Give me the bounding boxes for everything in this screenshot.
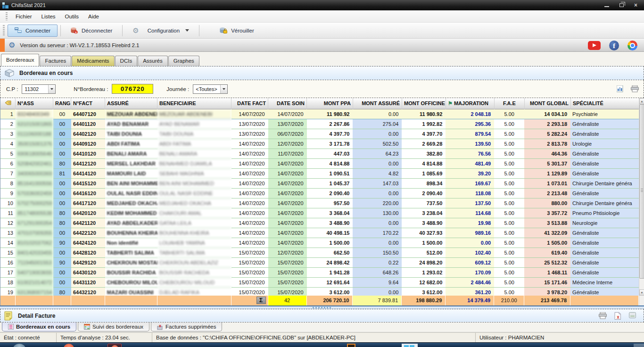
facebook-icon[interactable]: f bbox=[609, 41, 619, 50]
splitter-handle[interactable] bbox=[0, 306, 644, 309]
panel-icon[interactable] bbox=[629, 312, 636, 318]
tab-medicaments[interactable]: Médicaments bbox=[72, 56, 114, 66]
table-row[interactable]: 26310150018650064401120AYAD BENAMARAYAD … bbox=[0, 119, 639, 129]
menu-aide[interactable]: Aide bbox=[84, 12, 103, 21]
column-header[interactable]: MONT ASSURÉ bbox=[353, 98, 402, 109]
cell-datesoin: 15/07/2020 bbox=[268, 288, 307, 296]
chevron-down-icon bbox=[185, 29, 189, 32]
note-icon bbox=[4, 311, 13, 321]
column-header[interactable]: DATE SOIN bbox=[268, 98, 307, 109]
close-icon[interactable]: × bbox=[634, 3, 637, 8]
minimize-icon[interactable] bbox=[604, 3, 609, 7]
lock-button[interactable]: Vérouiller bbox=[213, 25, 261, 37]
table-row[interactable]: 167119450015539064429120CHEKROUN MOSTAPH… bbox=[0, 258, 639, 268]
tab-bordereaux[interactable]: Bordereaux bbox=[1, 54, 39, 66]
table-row[interactable]: 43500150013760064409120ABDI FATIMAABDI F… bbox=[0, 139, 639, 149]
table-row[interactable]: 30111060001880064402120TAIBI DOUNIATAIBI… bbox=[0, 129, 639, 139]
table-row[interactable]: 148101020370629064424120Non identifiéLOU… bbox=[0, 238, 639, 248]
table-row[interactable]: 56906180056460064410120BENALI AMARABENAL… bbox=[0, 149, 639, 159]
column-header[interactable]: RANG bbox=[53, 98, 71, 109]
taskbar-app-icon[interactable] bbox=[64, 344, 74, 347]
cell-nfact: 64416120 bbox=[71, 189, 105, 198]
column-header[interactable]: MONT OFFICINE bbox=[402, 98, 446, 109]
menu-fichier[interactable]: Fichier bbox=[11, 12, 36, 21]
taskbar-app-icon[interactable] bbox=[402, 344, 418, 347]
taskbar-app-icon[interactable] bbox=[107, 344, 122, 347]
taskbar-app-icon[interactable] bbox=[347, 344, 355, 347]
tab-graphes[interactable]: Graphes bbox=[168, 56, 199, 66]
disconnect-button[interactable]: x Déconnecter bbox=[64, 25, 119, 37]
table-row[interactable]: 65208420024618064412120MERSEL LAKHDARBEN… bbox=[0, 159, 639, 169]
version-bar: ⚙ Version du serveur : WI-V2.1.7.18553 F… bbox=[0, 39, 644, 52]
scroll-up-icon[interactable]: ▲ bbox=[639, 98, 644, 104]
cell-datesoin: 14/07/2020 bbox=[268, 169, 307, 179]
cell-massure: 0.00 bbox=[353, 129, 402, 139]
tab-factures[interactable]: Factures bbox=[40, 56, 71, 66]
column-header[interactable]: ASSURÉ bbox=[105, 98, 157, 109]
taskbar-corner[interactable] bbox=[634, 344, 644, 347]
column-header[interactable]: BENEFICIAIRE bbox=[157, 98, 231, 109]
chart-icon[interactable] bbox=[617, 85, 624, 92]
chrome-icon[interactable] bbox=[627, 41, 637, 50]
table-row[interactable]: 95703360024590064416120OULAL NASR EDDINE… bbox=[0, 189, 639, 198]
column-header[interactable]: SPÉCIALITÉ bbox=[571, 98, 639, 109]
column-header-icon[interactable] bbox=[0, 98, 16, 109]
chevron-down-icon[interactable] bbox=[48, 85, 55, 93]
table-row[interactable]: 73400650003698164414120MAMOURI LAIDSEBAH… bbox=[0, 169, 639, 179]
tab-dcis[interactable]: DCIs bbox=[115, 56, 138, 66]
table-row[interactable]: 158401420334550064428120TABHERTI SALIMAT… bbox=[0, 248, 639, 258]
table-row[interactable]: 118517480055388064420120KEDIM MOHAMMEDCH… bbox=[0, 208, 639, 218]
cell-officine: 12 682.00 bbox=[402, 278, 446, 288]
menu-outils[interactable]: Outils bbox=[61, 12, 83, 21]
column-header[interactable]: DATE FACT bbox=[231, 98, 268, 109]
cell-global: 2 213.48 bbox=[524, 189, 570, 198]
cell-assure: BOUHENNA KHEIRA bbox=[105, 228, 157, 238]
column-header[interactable]: MONT GLOBAL bbox=[525, 98, 571, 109]
cell-fae: 5.00 bbox=[494, 149, 524, 159]
cell-benef: OULAL NASR EDDINE bbox=[157, 189, 231, 198]
menu-listes[interactable]: Listes bbox=[37, 12, 60, 21]
scrollbar-thumb[interactable] bbox=[639, 104, 644, 279]
column-header[interactable]: F.A.E bbox=[495, 98, 525, 109]
delete-document-icon[interactable]: x bbox=[614, 312, 621, 320]
bottom-tab-bordereaux-en-cours[interactable]: Bordereaux en cours bbox=[2, 322, 76, 331]
cp-combo[interactable]: 11302 bbox=[22, 84, 56, 94]
table-row[interactable]: 1832484003490064407120MEZOUAR ABDENEBIME… bbox=[0, 109, 639, 119]
cell-major: 0.00 bbox=[446, 238, 494, 248]
print-icon[interactable] bbox=[599, 312, 607, 319]
cell-officine: 11 980.92 bbox=[402, 109, 446, 119]
restore-icon[interactable] bbox=[619, 3, 624, 7]
chevron-down-icon[interactable] bbox=[220, 85, 227, 93]
column-header[interactable]: N°FACT bbox=[71, 98, 105, 109]
table-row[interactable]: 196313680071548064432120MAZARI OUASSINID… bbox=[0, 288, 639, 296]
vertical-scrollbar[interactable]: ▲ ▼ bbox=[639, 98, 644, 306]
lock-icon bbox=[220, 27, 227, 34]
connect-button[interactable]: Connecter bbox=[8, 25, 58, 37]
table-row[interactable]: 126712910003548064421120AYAD ABDELKADERG… bbox=[0, 218, 639, 228]
column-header-majoration[interactable]: ⚑ MAJORATION bbox=[446, 98, 495, 109]
summary-spec bbox=[570, 296, 639, 306]
windows-taskbar[interactable] bbox=[0, 342, 644, 347]
table-row[interactable]: 186100210140720064431120CHEBOUROU MILOUD… bbox=[0, 278, 639, 288]
tab-assures[interactable]: Assurés bbox=[138, 56, 168, 66]
youtube-icon[interactable] bbox=[588, 41, 601, 50]
bottom-tab-factures-supprimees[interactable]: x Factures supprimées bbox=[151, 322, 222, 331]
cell-fae: 5.00 bbox=[494, 258, 524, 268]
cell-major: 139.50 bbox=[446, 139, 494, 149]
table-row[interactable]: 88516410005560064415120BEN AINI MOHAMMED… bbox=[0, 179, 639, 189]
column-header[interactable]: MONT PPA bbox=[307, 98, 353, 109]
configuration-button[interactable]: ⚙ Configuration bbox=[125, 25, 196, 37]
cell-assure: MEZOUAR ABDENEBI bbox=[105, 109, 157, 119]
column-header[interactable]: N°ASS bbox=[16, 98, 53, 109]
summary-row: Σ42206 720.107 839.81198 880.2914 379.49… bbox=[0, 296, 639, 306]
start-button-icon[interactable] bbox=[13, 344, 25, 347]
cell-benef: LOUAHEB YAMINA bbox=[157, 238, 231, 248]
scroll-down-icon[interactable]: ▼ bbox=[639, 289, 644, 296]
table-row[interactable]: 134701070093550064422120BOUHENNA KHEIRAB… bbox=[0, 228, 639, 238]
bottom-tab-suivi[interactable]: Suivi des bordereaux bbox=[78, 322, 149, 331]
journee-combo[interactable]: <Toutes> bbox=[193, 84, 228, 94]
print-icon[interactable] bbox=[631, 85, 639, 92]
table-row[interactable]: 175407190036550064430120BOUSSIR RACHIDAB… bbox=[0, 268, 639, 278]
cell-num: 10 bbox=[0, 198, 16, 208]
table-row[interactable]: 105702750002590064417120MEDJAHED OKACHAM… bbox=[0, 198, 639, 208]
